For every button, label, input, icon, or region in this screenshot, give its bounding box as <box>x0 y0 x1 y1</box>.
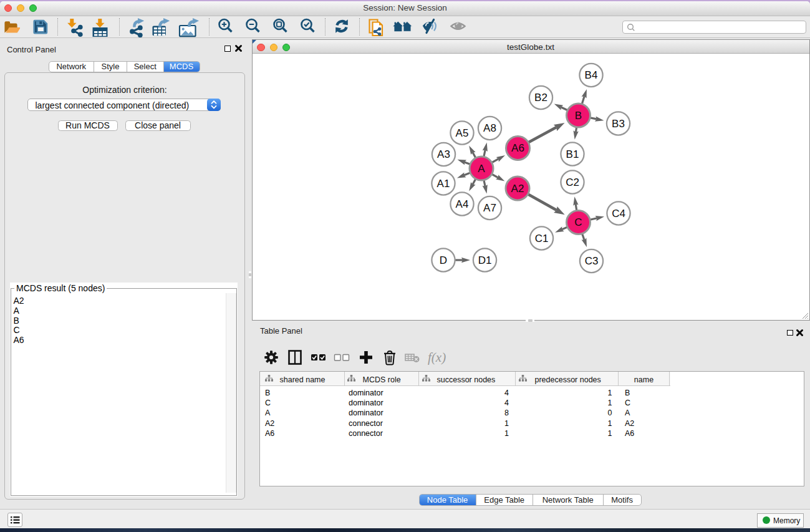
svg-text:C: C <box>574 216 582 228</box>
svg-text:A4: A4 <box>455 198 468 210</box>
svg-text:C2: C2 <box>566 176 579 188</box>
svg-text:B3: B3 <box>612 117 625 129</box>
svg-text:B2: B2 <box>534 92 547 104</box>
svg-text:A6: A6 <box>511 142 524 154</box>
svg-text:A1: A1 <box>436 177 450 189</box>
svg-text:A2: A2 <box>511 182 524 194</box>
svg-text:A7: A7 <box>483 202 496 214</box>
svg-text:C1: C1 <box>534 232 548 244</box>
svg-text:A: A <box>478 162 485 174</box>
svg-text:A3: A3 <box>437 148 450 160</box>
svg-text:D: D <box>439 254 446 266</box>
svg-text:B4: B4 <box>584 69 597 81</box>
svg-text:C4: C4 <box>612 207 625 219</box>
svg-text:A8: A8 <box>483 122 496 134</box>
svg-text:D1: D1 <box>478 254 491 266</box>
svg-text:B: B <box>574 109 581 121</box>
svg-text:C3: C3 <box>584 255 598 267</box>
svg-text:A5: A5 <box>455 127 468 138</box>
svg-text:B1: B1 <box>566 148 579 160</box>
